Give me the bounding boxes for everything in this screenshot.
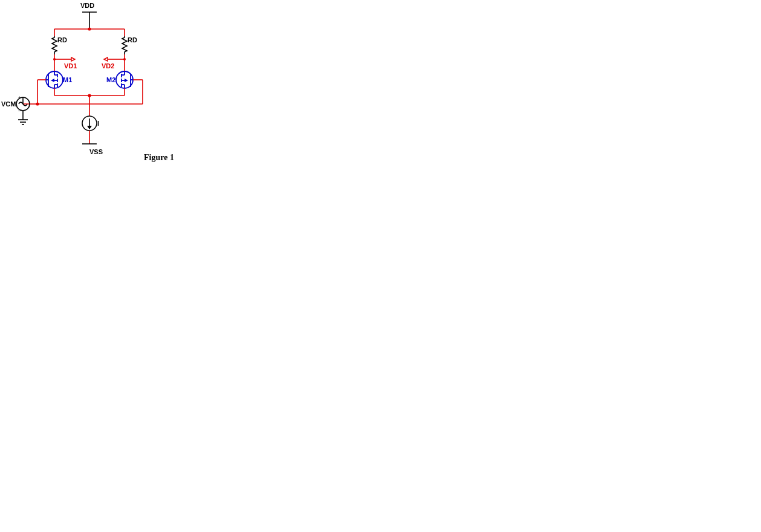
label-vss: VSS bbox=[89, 148, 103, 155]
mosfet-m2 bbox=[116, 71, 133, 88]
label-rd-left: RD bbox=[57, 36, 67, 44]
label-m1: M1 bbox=[63, 76, 72, 83]
svg-marker-23 bbox=[51, 79, 54, 82]
svg-text:−: − bbox=[18, 108, 21, 114]
mosfet-m1 bbox=[46, 71, 63, 88]
label-i: I bbox=[97, 120, 99, 127]
source-vcm: + − bbox=[16, 95, 30, 125]
figure-caption: Figure 1 bbox=[144, 153, 174, 162]
label-vd1: VD1 bbox=[64, 62, 77, 70]
circuit-diagram: VDD RD RD VD1 VD2 bbox=[0, 0, 761, 532]
resistor-rd-left bbox=[52, 36, 57, 54]
svg-marker-58 bbox=[87, 126, 92, 129]
svg-text:+: + bbox=[18, 95, 21, 100]
label-vcm: VCM bbox=[1, 100, 16, 108]
resistor-rd-right bbox=[122, 36, 127, 54]
current-source-tail bbox=[82, 116, 97, 131]
label-m2: M2 bbox=[106, 76, 115, 83]
svg-marker-35 bbox=[125, 79, 128, 82]
probe-vd1 bbox=[71, 57, 75, 61]
label-rd-right: RD bbox=[128, 36, 137, 44]
label-vd2: VD2 bbox=[102, 62, 114, 70]
probe-vd2 bbox=[104, 57, 108, 61]
label-vdd: VDD bbox=[80, 2, 94, 9]
